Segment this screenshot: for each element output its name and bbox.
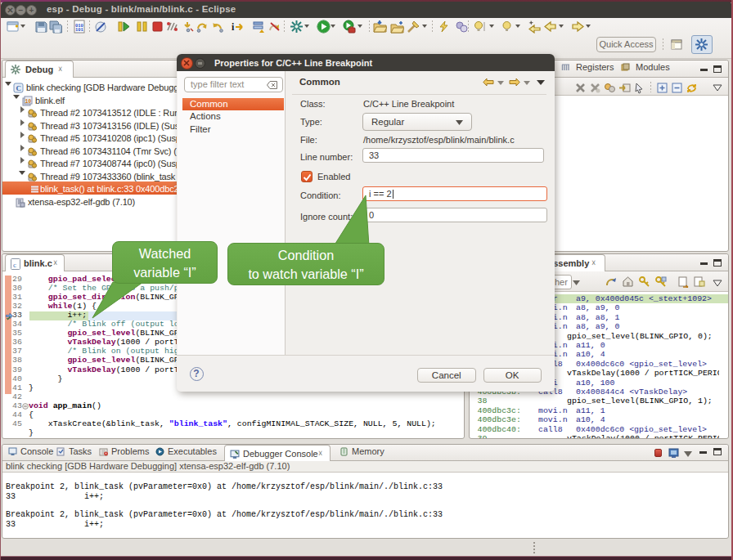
- svg-text:101: 101: [75, 27, 84, 33]
- svg-text:C: C: [16, 84, 21, 92]
- svg-text:c: c: [13, 261, 16, 269]
- svg-text:10: 10: [25, 98, 32, 104]
- svg-text:i: i: [232, 21, 235, 33]
